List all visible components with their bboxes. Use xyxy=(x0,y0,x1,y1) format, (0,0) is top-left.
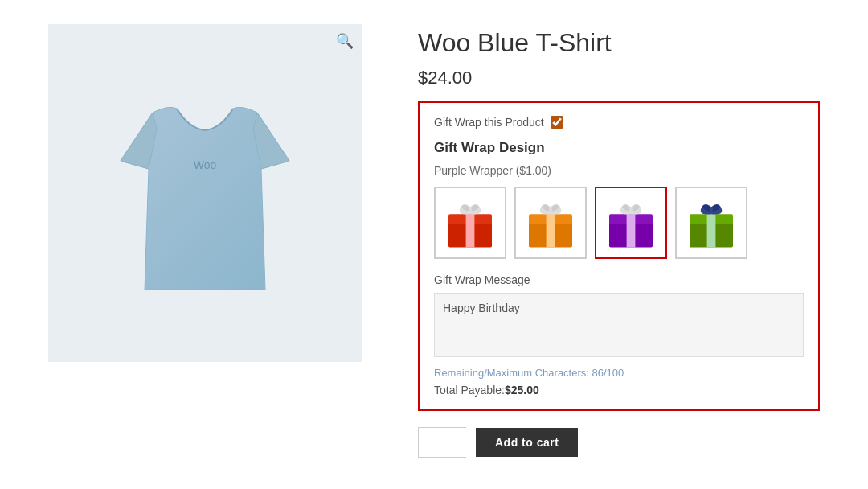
add-to-cart-button[interactable]: Add to cart xyxy=(476,428,578,457)
svg-rect-13 xyxy=(707,214,716,247)
quantity-spinbox[interactable]: ▲ ▼ xyxy=(418,427,466,458)
gift-option-red[interactable] xyxy=(434,187,506,259)
svg-text:Woo: Woo xyxy=(194,158,217,171)
product-details-section: Woo Blue T-Shirt $24.00 Gift Wrap this P… xyxy=(418,24,820,458)
char-count: Remaining/Maximum Characters: 86/100 xyxy=(434,367,804,379)
gift-wrap-checkbox[interactable] xyxy=(551,116,563,129)
gift-option-green[interactable] xyxy=(675,187,747,259)
selected-option-label: Purple Wrapper ($1.00) xyxy=(434,164,804,177)
gift-message-textarea[interactable]: Happy Birthday xyxy=(434,293,804,357)
total-payable-value: $25.00 xyxy=(505,384,539,397)
zoom-icon[interactable]: 🔍 xyxy=(336,32,354,50)
svg-rect-7 xyxy=(547,214,555,247)
total-payable-label: Total Payable: xyxy=(434,384,505,397)
product-image: Woo xyxy=(104,64,305,322)
svg-rect-3 xyxy=(466,214,475,247)
gift-option-orange[interactable] xyxy=(514,187,587,259)
svg-rect-10 xyxy=(627,214,636,247)
product-price: $24.00 xyxy=(418,68,820,88)
product-title: Woo Blue T-Shirt xyxy=(418,28,820,58)
product-image-wrapper: 🔍 Woo xyxy=(48,24,362,362)
add-to-cart-row: ▲ ▼ Add to cart xyxy=(418,427,820,458)
total-payable: Total Payable:$25.00 xyxy=(434,384,804,397)
gift-option-purple[interactable] xyxy=(595,187,667,259)
product-image-section: 🔍 Woo xyxy=(48,24,386,458)
gift-options-row xyxy=(434,187,804,259)
page-container: 🔍 Woo xyxy=(0,0,868,482)
gift-wrap-design-title: Gift Wrap Design xyxy=(434,140,804,156)
gift-wrap-box: Gift Wrap this Product Gift Wrap Design … xyxy=(418,101,820,411)
gift-wrap-toggle-label: Gift Wrap this Product xyxy=(434,116,544,129)
gift-wrap-toggle-row: Gift Wrap this Product xyxy=(434,116,804,129)
gift-message-label: Gift Wrap Message xyxy=(434,273,804,286)
